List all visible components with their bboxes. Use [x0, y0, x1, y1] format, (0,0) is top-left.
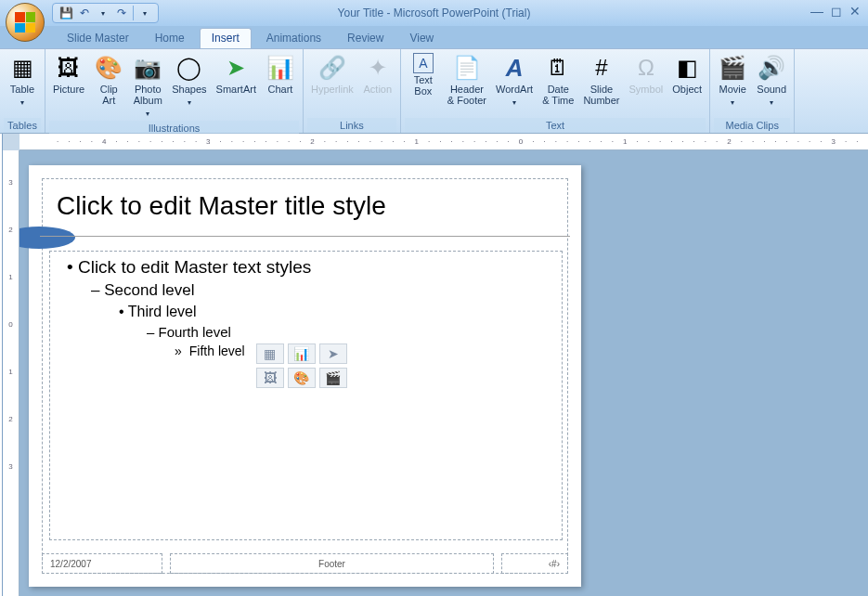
photo-album-label: Photo Album [134, 84, 162, 106]
shapes-dropdown-icon [188, 95, 191, 108]
date-time-icon: 🗓 [543, 53, 573, 83]
shapes-label: Shapes [172, 84, 206, 95]
ruler-tick: 1 [8, 273, 12, 281]
ruler-tick: 2 [8, 415, 12, 423]
date-time-button[interactable]: 🗓Date & Time [538, 51, 577, 108]
ruler-tick: 3 [8, 462, 12, 471]
insert-table-icon[interactable]: ▦ [256, 343, 284, 364]
action-icon: ✦ [363, 53, 393, 83]
slide-number-button[interactable]: #Slide Number [579, 51, 623, 108]
chart-button[interactable]: 📊Chart [262, 51, 299, 97]
slide-number-label: Slide Number [583, 84, 619, 106]
shapes-button[interactable]: ◯Shapes [168, 51, 210, 110]
object-icon: ◧ [672, 53, 702, 83]
tab-animations[interactable]: Animations [255, 29, 332, 48]
shapes-icon: ◯ [175, 53, 204, 83]
object-label: Object [672, 84, 702, 95]
smartart-icon: ➤ [221, 53, 251, 83]
insert-chart-icon[interactable]: 📊 [288, 343, 316, 364]
date-placeholder[interactable]: 12/2/2007 [42, 553, 162, 574]
photo-album-button[interactable]: 📷Photo Album [129, 51, 166, 121]
vertical-ruler[interactable]: 3 2 1 0 1 2 3 [3, 150, 19, 596]
tab-review[interactable]: Review [336, 29, 395, 48]
smartart-button[interactable]: ➤SmartArt [213, 51, 260, 97]
tab-insert[interactable]: Insert [200, 28, 252, 48]
undo-dropdown[interactable] [96, 6, 110, 20]
hyperlink-button: 🔗Hyperlink [307, 51, 357, 97]
text-box-icon: A [413, 53, 434, 73]
slide[interactable]: Click to edit Master title style Click t… [29, 165, 581, 587]
body-level-2: Second level [91, 281, 552, 300]
clip-art-label: Clip Art [100, 84, 118, 106]
group-text: AText Box 📄Header & Footer AWordArt 🗓Dat… [401, 49, 710, 133]
wordart-button[interactable]: AWordArt [492, 51, 537, 110]
movie-dropdown-icon [731, 95, 734, 108]
table-label: Table [10, 84, 34, 95]
undo-icon[interactable]: ↶ [77, 6, 92, 20]
insert-media-icon[interactable]: 🎬 [319, 368, 347, 388]
tab-home[interactable]: Home [144, 29, 196, 48]
text-box-label: Text Box [414, 74, 433, 97]
group-links: 🔗Hyperlink ✦Action Links [304, 49, 401, 133]
insert-picture-icon[interactable]: 🖼 [256, 368, 284, 388]
photo-album-icon: 📷 [133, 53, 162, 83]
master-body-placeholder[interactable]: Click to edit Master text styles Second … [49, 251, 563, 540]
wordart-dropdown-icon [512, 95, 516, 108]
wordart-icon: A [499, 53, 529, 83]
clip-art-icon: 🎨 [94, 53, 123, 83]
horizontal-ruler[interactable]: ····4········3········2········1········… [19, 134, 868, 150]
body-level-5: Fifth level ▦ 📊 ➤ 🖼 🎨 🎬 [175, 343, 552, 388]
group-media: 🎬Movie 🔊Sound Media Clips [710, 49, 795, 133]
ruler-tick: 3 [8, 178, 12, 187]
tab-slide-master[interactable]: Slide Master [56, 29, 140, 48]
smartart-label: SmartArt [216, 84, 256, 95]
insert-clipart-icon[interactable]: 🎨 [288, 368, 316, 388]
group-text-label: Text [405, 118, 706, 133]
title-underline [40, 236, 570, 237]
photo-album-dropdown-icon [146, 106, 149, 119]
picture-button[interactable]: 🖼Picture [49, 51, 88, 97]
minimize-button[interactable]: — [810, 4, 823, 19]
hyperlink-label: Hyperlink [311, 84, 354, 95]
ruler-tick: 2 [8, 226, 12, 234]
qat-customize[interactable] [137, 6, 152, 20]
group-tables: ▦ Table Tables [0, 49, 45, 133]
header-footer-icon: 📄 [452, 53, 482, 83]
close-button[interactable]: ✕ [849, 4, 861, 19]
title-bar: 💾 ↶ ↷ Your Title - Microsoft PowerPoint … [0, 0, 868, 26]
tab-view[interactable]: View [398, 29, 445, 48]
footer-placeholder[interactable]: Footer [170, 553, 494, 574]
qat-separator [133, 6, 134, 20]
window-controls: — ◻ ✕ [810, 4, 861, 19]
body-level-4: Fourth level [147, 324, 552, 340]
symbol-button: ΩSymbol [626, 51, 667, 97]
slide-canvas[interactable]: Click to edit Master title style Click t… [19, 150, 868, 596]
sound-button[interactable]: 🔊Sound [753, 51, 790, 110]
text-box-button[interactable]: AText Box [405, 51, 442, 98]
office-logo-icon [15, 12, 35, 32]
ruler-tick: 1 [8, 368, 12, 376]
redo-icon[interactable]: ↷ [114, 6, 129, 20]
movie-icon: 🎬 [718, 53, 747, 83]
insert-smartart-icon[interactable]: ➤ [319, 343, 347, 364]
slide-number-icon: # [587, 53, 616, 83]
content-placeholder-icons[interactable]: ▦ 📊 ➤ 🖼 🎨 🎬 [256, 343, 347, 388]
body-level-1: Click to edit Master text styles [67, 257, 552, 278]
maximize-button[interactable]: ◻ [831, 4, 842, 19]
object-button[interactable]: ◧Object [668, 51, 706, 97]
slide-number-placeholder[interactable]: ‹#› [501, 553, 568, 574]
symbol-label: Symbol [629, 84, 664, 95]
ribbon: ▦ Table Tables 🖼Picture 🎨Clip Art 📷Photo… [0, 48, 868, 134]
clip-art-button[interactable]: 🎨Clip Art [90, 51, 127, 108]
master-title-placeholder[interactable]: Click to edit Master title style [57, 191, 563, 221]
hyperlink-icon: 🔗 [317, 53, 347, 83]
slide-editor: ····4········3········2········1········… [3, 134, 868, 596]
movie-button[interactable]: 🎬Movie [714, 51, 751, 110]
table-button[interactable]: ▦ Table [4, 51, 41, 110]
office-button[interactable] [6, 3, 45, 42]
window-title: Your Title - Microsoft PowerPoint (Trial… [338, 6, 531, 19]
date-time-label: Date & Time [542, 84, 574, 106]
picture-label: Picture [53, 84, 84, 95]
save-icon[interactable]: 💾 [58, 6, 73, 20]
header-footer-button[interactable]: 📄Header & Footer [444, 51, 490, 108]
